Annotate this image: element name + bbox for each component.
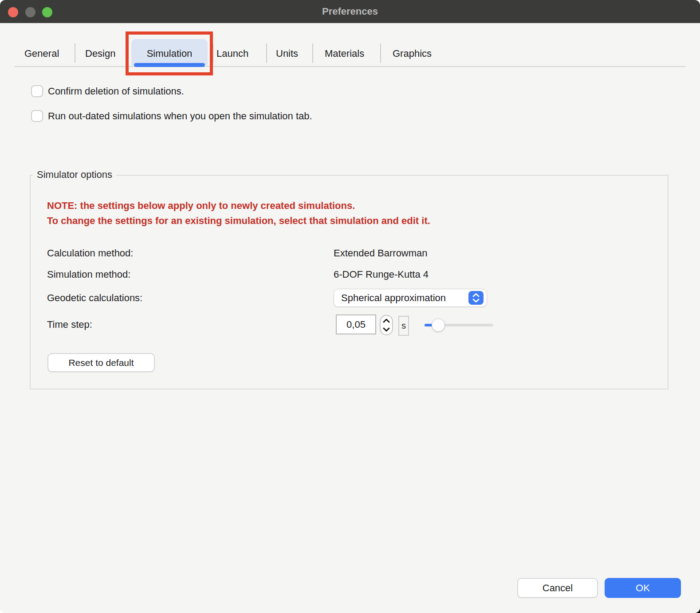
tab-separator — [380, 43, 381, 63]
preferences-window: Preferences General Design Simulation La… — [0, 0, 700, 613]
time-step-label: Time step: — [47, 318, 92, 330]
time-step-unit-button[interactable]: s — [398, 316, 409, 336]
updown-chevrons-icon — [468, 291, 484, 305]
simulation-method-value: 6-DOF Runge-Kutta 4 — [334, 268, 429, 280]
chevron-up-icon[interactable] — [383, 318, 390, 323]
confirm-deletion-checkbox[interactable] — [31, 85, 43, 97]
tab-launch[interactable]: Launch — [216, 47, 248, 60]
tab-separator — [266, 43, 267, 63]
title-bar: Preferences — [0, 0, 700, 23]
simulation-method-label: Simulation method: — [47, 268, 130, 280]
tab-materials[interactable]: Materials — [325, 47, 364, 60]
note-line-2: To change the settings for an existing s… — [47, 215, 430, 227]
geodetic-calculations-dropdown[interactable]: Spherical approximation — [334, 289, 487, 307]
run-outdated-label: Run out-dated simulations when you open … — [48, 110, 312, 122]
time-step-stepper[interactable] — [380, 315, 393, 335]
calculation-method-label: Calculation method: — [47, 247, 133, 259]
simulator-options-legend: Simulator options — [33, 169, 116, 181]
time-step-input[interactable] — [336, 314, 376, 334]
tab-separator — [212, 43, 213, 63]
run-outdated-checkbox[interactable] — [31, 110, 43, 122]
time-step-slider-thumb[interactable] — [432, 318, 445, 332]
chevron-down-icon[interactable] — [383, 327, 390, 332]
tab-general[interactable]: General — [24, 47, 59, 60]
tab-separator — [126, 43, 127, 63]
cancel-button[interactable]: Cancel — [517, 578, 598, 598]
confirm-deletion-label: Confirm deletion of simulations. — [48, 85, 184, 97]
reset-to-default-button[interactable]: Reset to default — [47, 353, 155, 372]
tab-bar-rule — [15, 66, 685, 67]
geodetic-calculations-label: Geodetic calculations: — [47, 292, 142, 304]
window-title: Preferences — [0, 0, 700, 23]
tab-graphics[interactable]: Graphics — [393, 47, 432, 60]
tab-units[interactable]: Units — [276, 47, 298, 60]
tab-design[interactable]: Design — [85, 47, 115, 60]
geodetic-calculations-selected-value: Spherical approximation — [341, 289, 446, 306]
calculation-method-value: Extended Barrowman — [334, 247, 428, 259]
ok-button[interactable]: OK — [605, 578, 681, 598]
tab-simulation[interactable]: Simulation — [131, 47, 208, 60]
selected-tab-underline — [134, 63, 205, 67]
note-line-1: NOTE: the settings below apply only to n… — [47, 200, 355, 212]
tab-separator — [312, 43, 313, 63]
tab-separator — [75, 43, 75, 63]
